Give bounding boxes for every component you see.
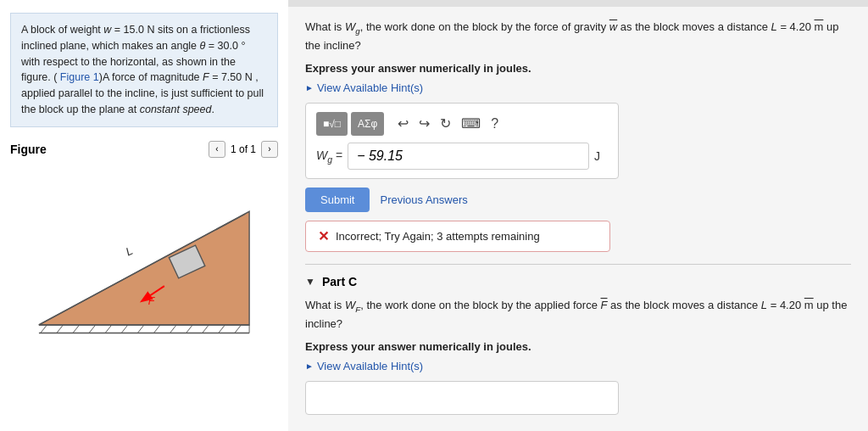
refresh-button[interactable]: ↻ — [437, 114, 454, 133]
right-panel: What is Wg, the work done on the block b… — [288, 0, 868, 431]
problem-text: A block of weight w = 15.0 N sits on a f… — [21, 24, 264, 115]
sqrt-icon: ■ — [323, 118, 329, 130]
figure-canvas: L F — [10, 163, 278, 425]
partb-question: What is Wg, the work done on the block b… — [305, 19, 851, 55]
svg-text:L: L — [124, 243, 135, 258]
answer-input[interactable] — [348, 143, 589, 170]
figure-page: 1 of 1 — [231, 143, 256, 155]
svg-line-6 — [105, 324, 112, 333]
partc-hint-arrow-icon: ► — [305, 361, 314, 371]
svg-line-3 — [57, 324, 64, 333]
sqrt-label: √□ — [329, 118, 341, 130]
svg-line-11 — [186, 324, 193, 333]
figure-svg: L F — [10, 163, 278, 341]
toolbar: ■ √□ ΑΣφ ↩ ↪ ↻ ⌨ — [316, 112, 608, 136]
partc-hint-text: View Available Hint(s) — [317, 360, 423, 372]
unit-label: J — [594, 149, 608, 163]
partc-express-label: Express your answer numerically in joule… — [305, 340, 851, 353]
redo-button[interactable]: ↪ — [415, 114, 433, 133]
left-panel: A block of weight w = 15.0 N sits on a f… — [0, 0, 288, 431]
partc-answer-box — [305, 381, 619, 415]
svg-line-13 — [219, 324, 225, 333]
submit-row: Submit Previous Answers — [305, 188, 851, 212]
keyboard-icon: ⌨ — [461, 116, 481, 131]
part-c-toggle[interactable]: ▼ — [305, 276, 315, 288]
symbol-button[interactable]: ΑΣφ — [351, 112, 384, 136]
sigma-label: ΑΣφ — [358, 118, 377, 130]
undo-button[interactable]: ↩ — [394, 114, 412, 133]
hint-text: View Available Hint(s) — [317, 81, 423, 94]
refresh-icon: ↻ — [440, 116, 451, 131]
next-figure-button[interactable]: › — [261, 141, 278, 158]
answer-box: ■ √□ ΑΣφ ↩ ↪ ↻ ⌨ — [305, 103, 619, 179]
problem-text-box: A block of weight w = 15.0 N sits on a f… — [10, 13, 278, 127]
help-button[interactable]: ? — [487, 115, 502, 133]
divider — [305, 264, 851, 265]
partc-question: What is WF, the work done on the block b… — [305, 297, 851, 333]
content-area: What is Wg, the work done on the block b… — [288, 7, 868, 431]
error-text: Incorrect; Try Again; 3 attempts remaini… — [336, 230, 540, 243]
prev-figure-button[interactable]: ‹ — [209, 141, 225, 158]
redo-icon: ↪ — [419, 116, 430, 131]
error-box: ✕ Incorrect; Try Again; 3 attempts remai… — [305, 221, 610, 252]
hint-arrow-icon: ► — [305, 83, 314, 92]
figure-title: Figure — [10, 143, 202, 156]
svg-line-7 — [121, 324, 128, 333]
svg-line-12 — [203, 324, 209, 333]
figure-navigation: ‹ 1 of 1 › — [209, 141, 278, 158]
partc-hint-link[interactable]: ► View Available Hint(s) — [305, 360, 851, 372]
previous-answers-link[interactable]: Previous Answers — [380, 193, 467, 206]
undo-icon: ↩ — [398, 116, 409, 131]
keyboard-button[interactable]: ⌨ — [458, 114, 484, 133]
input-row: Wg = J — [316, 143, 608, 170]
svg-line-10 — [170, 324, 177, 333]
figure-link[interactable]: Figure 1 — [60, 71, 99, 83]
error-icon: ✕ — [318, 228, 329, 244]
part-c-header: ▼ Part C — [305, 275, 851, 288]
sqrt-button[interactable]: ■ √□ — [316, 112, 348, 136]
svg-line-4 — [73, 324, 80, 333]
hint-link[interactable]: ► View Available Hint(s) — [305, 81, 851, 94]
figure-header: Figure ‹ 1 of 1 › — [10, 134, 278, 163]
svg-line-8 — [137, 324, 144, 333]
part-c-title: Part C — [322, 275, 357, 288]
svg-line-9 — [153, 324, 160, 333]
svg-line-14 — [235, 324, 242, 333]
top-bar — [288, 0, 868, 7]
svg-line-5 — [89, 324, 96, 333]
help-icon: ? — [491, 116, 498, 131]
svg-line-2 — [41, 324, 47, 333]
express-label: Express your answer numerically in joule… — [305, 62, 851, 75]
figure-section: Figure ‹ 1 of 1 › — [0, 134, 288, 432]
input-label: Wg = — [316, 148, 342, 165]
submit-button[interactable]: Submit — [305, 188, 370, 212]
